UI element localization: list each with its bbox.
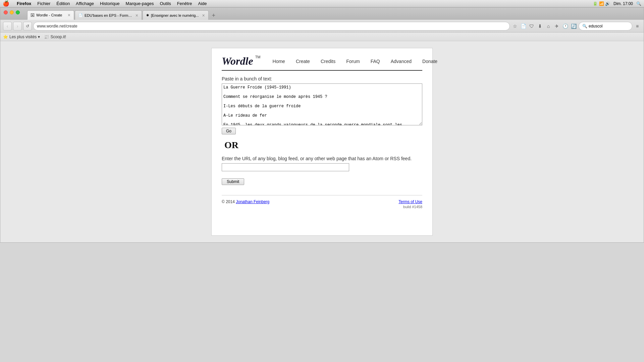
menubar-marquepages[interactable]: Marque-pages	[126, 1, 154, 6]
menubar-edition[interactable]: Édition	[56, 1, 70, 6]
wordle-nav: Home Create Credits Forum FAQ Advanced D…	[267, 57, 443, 65]
refresh-button[interactable]: ↺	[23, 22, 32, 31]
bookmark-scoopit-icon: 📰	[44, 35, 49, 39]
bookmarks-bar: ⭐ Les plus visités ▾ 📰 Scoop.it!	[0, 33, 644, 41]
tab-close-3[interactable]: ×	[202, 13, 205, 18]
nav-advanced[interactable]: Advanced	[385, 57, 417, 65]
tab-close-1[interactable]: ×	[68, 12, 70, 18]
apple-menu[interactable]: 🍎	[3, 0, 9, 7]
author-link[interactable]: Jonathan Feinberg	[236, 199, 269, 204]
bookmark-visites[interactable]: ⭐ Les plus visités ▾	[3, 35, 40, 39]
menubar-aide[interactable]: Aide	[198, 1, 207, 6]
go-button[interactable]: Go	[222, 128, 236, 134]
wordle-main: Paste in a bunch of text: Go OR Enter th…	[222, 76, 422, 185]
menubar: 🍎 Firefox Fichier Édition Affichage Hist…	[0, 0, 644, 7]
copyright-text: © 2014	[222, 199, 236, 204]
search-bar[interactable]: 🔍 eduscol	[579, 22, 632, 31]
footer-right: Terms of Use build #1458	[398, 199, 422, 209]
minimize-button[interactable]	[10, 10, 14, 14]
nav-extra-icons: ≡	[634, 22, 641, 30]
wordle-logo: Wordle	[222, 55, 253, 67]
tab-enseigner[interactable]: ✱ [Enseigner avec le numérig... ×	[143, 10, 209, 20]
close-button[interactable]	[4, 10, 8, 14]
build-text: build #1458	[398, 205, 422, 209]
tab-wordle-create[interactable]: 🅆 Wordle - Create ×	[27, 10, 74, 20]
reader-icon[interactable]: 📄	[520, 22, 527, 30]
bookmark-scoopit-label: Scoop.it!	[50, 35, 66, 39]
wordle-logo-area: Wordle TM	[222, 55, 261, 67]
tab-label-1: Wordle - Create	[36, 13, 64, 17]
tab-label-2: EDU'bases en EPS - Formul...	[85, 13, 132, 17]
nav-faq[interactable]: FAQ	[365, 57, 385, 65]
paste-label: Paste in a bunch of text:	[222, 76, 422, 81]
wordle-header: Wordle TM Home Create Credits Forum FAQ …	[222, 55, 422, 71]
nav-bar: ‹ › ↺ www.wordle.net/create ☆ 📄 🛡 ⬇ ⌂ ✈ …	[0, 20, 644, 33]
tab-favicon-1: 🅆	[31, 13, 34, 17]
url-text: www.wordle.net/create	[37, 24, 77, 28]
search-value: eduscol	[589, 24, 602, 28]
home-icon[interactable]: ⌂	[545, 22, 552, 30]
bookmark-visites-label: Les plus visités	[9, 35, 37, 39]
nav-icons: ☆ 📄 🛡 ⬇ ⌂ ✈ 🕐 🔄	[511, 22, 577, 30]
menubar-fichier[interactable]: Fichier	[37, 1, 50, 6]
nav-forum[interactable]: Forum	[341, 57, 365, 65]
wordle-container: Wordle TM Home Create Credits Forum FAQ …	[211, 48, 433, 236]
menubar-fenetre[interactable]: Fenêtre	[177, 1, 192, 6]
menubar-historique[interactable]: Historique	[100, 1, 120, 6]
bookmark-scoopit[interactable]: 📰 Scoop.it!	[44, 35, 66, 39]
submit-button[interactable]: Submit	[222, 178, 244, 185]
wordle-tm: TM	[255, 55, 261, 59]
nav-create[interactable]: Create	[290, 57, 315, 65]
bookmark-star-icon[interactable]: ☆	[511, 22, 519, 30]
search-menubar-icon[interactable]: 🔍	[636, 1, 641, 6]
window-controls	[4, 10, 20, 14]
url-label: Enter the URL of any blog, blog feed, or…	[222, 156, 422, 161]
tab-close-2[interactable]: ×	[136, 13, 138, 18]
menubar-outils[interactable]: Outils	[160, 1, 171, 6]
terms-link[interactable]: Terms of Use	[398, 199, 422, 204]
browser-window: 🅆 Wordle - Create × 📄 EDU'bases en EPS -…	[0, 7, 644, 243]
clock: Dim. 17:00	[613, 1, 633, 6]
menubar-right: 🔋 📶 🔊 Dim. 17:00 🔍	[593, 1, 641, 6]
footer-left: © 2014 Jonathan Feinberg	[222, 199, 269, 204]
tab-favicon-2: 📄	[78, 13, 83, 17]
wordle-footer: © 2014 Jonathan Feinberg Terms of Use bu…	[222, 195, 422, 209]
page-content: Wordle TM Home Create Credits Forum FAQ …	[0, 41, 644, 242]
menu-icon[interactable]: ≡	[634, 22, 641, 30]
menubar-affichage[interactable]: Affichage	[76, 1, 94, 6]
sync-icon[interactable]: 🔄	[570, 22, 577, 30]
nav-home[interactable]: Home	[267, 57, 290, 65]
url-bar[interactable]: www.wordle.net/create	[33, 22, 510, 31]
bookmark-visites-icon: ⭐	[3, 35, 8, 39]
tab-label-3: [Enseigner avec le numérig...	[151, 13, 199, 17]
pocket-icon[interactable]: ✈	[553, 22, 560, 30]
search-icon: 🔍	[582, 24, 587, 28]
system-icons: 🔋 📶 🔊	[593, 1, 610, 6]
back-button[interactable]: ‹	[3, 22, 12, 31]
tab-edu-eps[interactable]: 📄 EDU'bases en EPS - Formul... ×	[75, 10, 142, 20]
history-icon[interactable]: 🕐	[561, 22, 569, 30]
shield-icon[interactable]: 🛡	[528, 22, 535, 30]
url-input[interactable]	[222, 163, 349, 171]
text-input[interactable]	[222, 83, 422, 125]
download-icon[interactable]: ⬇	[536, 22, 544, 30]
or-divider: OR	[224, 140, 420, 150]
nav-credits[interactable]: Credits	[315, 57, 341, 65]
maximize-button[interactable]	[16, 10, 20, 14]
menubar-firefox[interactable]: Firefox	[17, 1, 31, 6]
tab-favicon-3: ✱	[146, 13, 149, 17]
tab-bar: 🅆 Wordle - Create × 📄 EDU'bases en EPS -…	[0, 8, 644, 20]
nav-donate[interactable]: Donate	[417, 57, 443, 65]
forward-button[interactable]: ›	[13, 22, 22, 31]
new-tab-button[interactable]: +	[209, 11, 218, 20]
bookmark-visites-chevron: ▾	[38, 35, 40, 39]
